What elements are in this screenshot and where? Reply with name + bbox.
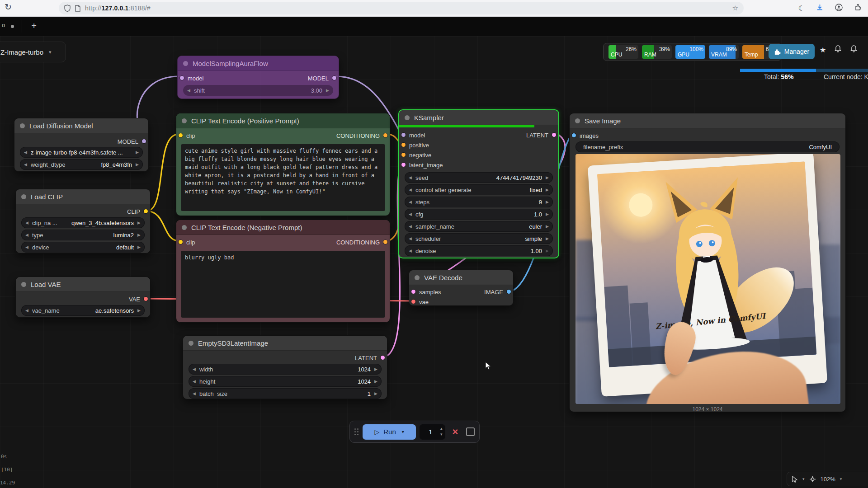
node-header[interactable]: Load VAE: [16, 277, 150, 292]
node-model-sampling-aura-flow[interactable]: ModelSamplingAuraFlow model MODEL ◀ shif…: [177, 56, 339, 99]
input-dot-samples[interactable]: [411, 290, 415, 294]
increment-icon[interactable]: ▶: [326, 89, 329, 93]
chevron-down-icon[interactable]: ▾: [802, 477, 805, 481]
url-text[interactable]: http://127.0.0.1:8188/#: [85, 5, 151, 12]
input-dot-negative[interactable]: [401, 153, 406, 157]
increment-icon[interactable]: ▶: [546, 188, 549, 192]
zoom-level[interactable]: 102%: [821, 476, 835, 483]
output-dot-conditioning[interactable]: [383, 133, 387, 137]
increment-icon[interactable]: ▶: [546, 237, 549, 241]
new-tab-button[interactable]: +: [27, 19, 41, 33]
node-header[interactable]: VAE Decode: [409, 270, 513, 285]
widget-seed[interactable]: ◀ seed 47447417949230 ▶: [405, 172, 553, 183]
increment-icon[interactable]: ▶: [546, 200, 549, 204]
widget-device[interactable]: ◀ device default ▶: [21, 242, 145, 253]
increment-icon[interactable]: ▶: [136, 163, 139, 167]
decrement-icon[interactable]: ◀: [25, 245, 28, 249]
decrement-icon[interactable]: ◀: [409, 237, 412, 241]
input-dot-latent-image[interactable]: [401, 163, 406, 167]
generated-image-preview[interactable]: Z-image, Now in ComfyUI: [576, 154, 840, 404]
decrement-icon[interactable]: ◀: [409, 212, 412, 216]
stop-button[interactable]: [466, 427, 475, 436]
decrement-icon[interactable]: ◀: [187, 89, 190, 93]
fit-view-icon[interactable]: [809, 476, 816, 483]
node-load-diffusion-model[interactable]: Load Diffusion Model MODEL ◀ z-image-tur…: [14, 118, 149, 172]
output-dot-conditioning[interactable]: [383, 240, 387, 244]
collapse-dot-icon[interactable]: [20, 123, 25, 128]
decrement-icon[interactable]: ◀: [24, 150, 27, 155]
node-header[interactable]: Load CLIP: [16, 189, 150, 204]
node-header[interactable]: ModelSamplingAuraFlow: [178, 56, 339, 71]
extensions-icon[interactable]: [854, 4, 862, 13]
output-dot-vae[interactable]: [144, 297, 148, 301]
decrement-icon[interactable]: ◀: [25, 233, 28, 237]
output-dot-latent[interactable]: [552, 133, 556, 137]
input-dot-clip[interactable]: [179, 240, 183, 244]
decrement-icon[interactable]: ◀: [409, 188, 412, 192]
input-dot-model[interactable]: [180, 76, 184, 80]
decrement-icon[interactable]: ◀: [193, 367, 196, 371]
bell-icon-1[interactable]: [834, 45, 842, 54]
node-header[interactable]: CLIP Text Encode (Positive Prompt): [176, 113, 390, 128]
widget-shift[interactable]: ◀ shift 3.00 ▶: [183, 85, 333, 96]
node-vae-decode[interactable]: VAE Decode samples IMAGE vae: [409, 270, 514, 306]
widget-control-after-generate[interactable]: ◀ control after generate fixed ▶: [405, 184, 553, 195]
node-load-clip[interactable]: Load CLIP CLIP ◀ clip_na ... qwen_3_4b.s…: [15, 189, 151, 253]
negative-prompt-textarea[interactable]: blurry ugly bad: [181, 251, 385, 318]
decrement-icon[interactable]: ◀: [25, 309, 28, 313]
stepper-icons[interactable]: ▴▾: [431, 426, 443, 437]
collapse-dot-icon[interactable]: [189, 341, 193, 346]
increment-icon[interactable]: ▶: [137, 233, 141, 237]
increment-icon[interactable]: ▶: [546, 225, 549, 229]
widget-type[interactable]: ◀ type lumina2 ▶: [21, 230, 145, 240]
widget-width[interactable]: ◀ width 1024 ▶: [189, 364, 382, 375]
run-button[interactable]: ▷ Run ▾: [363, 424, 416, 440]
node-load-vae[interactable]: Load VAE VAE ◀ vae_name ae.safetensors ▶: [15, 277, 151, 318]
reload-icon[interactable]: ↻: [5, 2, 12, 12]
chevron-down-icon[interactable]: ▾: [402, 429, 404, 434]
tab-title-partial[interactable]: o: [2, 22, 5, 28]
increment-icon[interactable]: ▶: [137, 221, 141, 225]
node-save-image[interactable]: Save Image images filename_prefix ComfyU…: [569, 113, 846, 412]
widget-height[interactable]: ◀ height 1024 ▶: [189, 376, 382, 387]
bookmark-star-icon[interactable]: ☆: [732, 4, 738, 12]
node-header[interactable]: KSampler: [399, 110, 558, 125]
widget-vae-name[interactable]: ◀ vae_name ae.safetensors ▶: [21, 305, 145, 316]
node-clip-text-encode-positive[interactable]: CLIP Text Encode (Positive Prompt) clip …: [176, 113, 390, 216]
drag-handle-icon[interactable]: [354, 428, 359, 435]
cancel-button[interactable]: ×: [453, 427, 458, 437]
collapse-dot-icon[interactable]: [183, 61, 188, 66]
output-dot-clip[interactable]: [144, 209, 148, 213]
node-empty-sd3-latent-image[interactable]: EmptySD3LatentImage LATENT ◀ width 1024 …: [183, 335, 387, 399]
widget-steps[interactable]: ◀ steps 9 ▶: [405, 197, 553, 207]
widget-clip-name[interactable]: ◀ clip_na ... qwen_3_4b.safetensors ▶: [21, 217, 145, 228]
decrement-icon[interactable]: ◀: [193, 380, 196, 384]
node-ksampler[interactable]: KSampler model LATENT positive negative …: [398, 109, 559, 258]
input-dot-positive[interactable]: [401, 143, 406, 147]
decrement-icon[interactable]: ◀: [25, 221, 28, 225]
address-bar[interactable]: http://127.0.0.1:8188/# ☆: [59, 2, 744, 14]
node-clip-text-encode-negative[interactable]: CLIP Text Encode (Negative Prompt) clip …: [176, 220, 390, 323]
output-dot-image[interactable]: [507, 290, 511, 294]
decrement-icon[interactable]: ◀: [24, 163, 27, 167]
node-header[interactable]: Save Image: [570, 113, 845, 128]
shield-icon[interactable]: [64, 5, 71, 12]
node-header[interactable]: EmptySD3LatentImage: [183, 336, 387, 351]
decrement-icon[interactable]: ◀: [193, 392, 196, 396]
input-dot-clip[interactable]: [179, 133, 183, 137]
collapse-dot-icon[interactable]: [21, 194, 26, 199]
input-dot-images[interactable]: [572, 133, 576, 137]
increment-icon[interactable]: ▶: [546, 176, 549, 180]
collapse-dot-icon[interactable]: [405, 115, 410, 120]
decrement-icon[interactable]: ◀: [409, 249, 412, 253]
downloads-icon[interactable]: [816, 4, 823, 13]
widget-weight-dtype[interactable]: ◀ weight_dtype fp8_e4m3fn ▶: [20, 159, 143, 170]
output-dot-model[interactable]: [332, 76, 336, 80]
increment-icon[interactable]: ▶: [374, 380, 377, 384]
widget-ckpt-name[interactable]: ◀ z-image-turbo-fp8-e4m3fn.safete ... ▶: [20, 147, 143, 158]
node-header[interactable]: CLIP Text Encode (Negative Prompt): [176, 220, 390, 235]
increment-icon[interactable]: ▶: [136, 150, 139, 155]
increment-icon[interactable]: ▶: [546, 212, 549, 216]
widget-filename-prefix[interactable]: filename_prefix ComfyUI: [576, 141, 840, 152]
increment-icon[interactable]: ▶: [137, 309, 141, 313]
